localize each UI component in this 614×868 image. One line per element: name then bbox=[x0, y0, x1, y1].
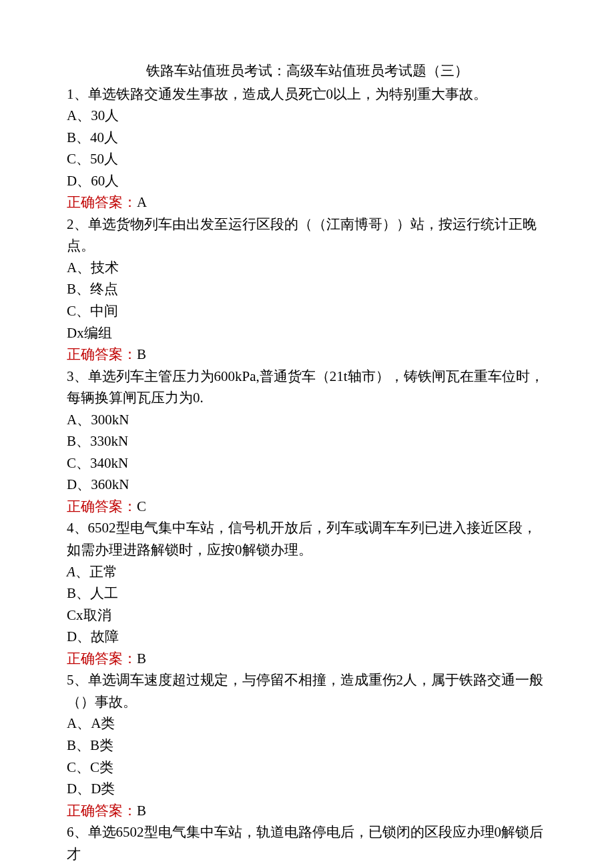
question-text: 2、单选货物列车由出发至运行区段的（（江南博哥））站，按运行统计正晚点。 bbox=[67, 213, 547, 257]
answer-label: 正确答案： bbox=[67, 498, 137, 514]
option-c: C、C类 bbox=[67, 757, 547, 779]
option-d: D、故障 bbox=[67, 626, 547, 648]
answer-value: B bbox=[137, 346, 146, 362]
option-a-prefix: A bbox=[67, 564, 75, 580]
option-a: A、A类 bbox=[67, 713, 547, 735]
option-b: B、40人 bbox=[67, 127, 547, 149]
question-3: 3、单选列车主管压力为600kPa,普通货车（21t轴市），铸铁闸瓦在重车位时，… bbox=[67, 366, 547, 518]
option-c: C、中间 bbox=[67, 300, 547, 322]
option-a: A、300kN bbox=[67, 409, 547, 431]
document-title: 铁路车站值班员考试：高级车站值班员考试题（三） bbox=[67, 60, 547, 82]
question-4: 4、6502型电气集中车站，信号机开放后，列车或调车车列已进入接近区段，如需办理… bbox=[67, 517, 547, 669]
answer-value: A bbox=[137, 194, 147, 210]
question-text: 1、单选铁路交通发生事故，造成人员死亡0以上，为特别重大事故。 bbox=[67, 83, 547, 105]
option-a: A、正常 bbox=[67, 561, 547, 583]
question-2: 2、单选货物列车由出发至运行区段的（（江南博哥））站，按运行统计正晚点。 A、技… bbox=[67, 213, 547, 366]
option-a: A、30人 bbox=[67, 105, 547, 127]
option-c: C、50人 bbox=[67, 148, 547, 170]
option-a-rest: 、正常 bbox=[75, 564, 117, 580]
question-text: 6、单选6502型电气集中车站，轨道电路停电后，已锁闭的区段应办理0解锁后才 bbox=[67, 821, 547, 865]
answer-label: 正确答案： bbox=[67, 650, 137, 667]
question-1: 1、单选铁路交通发生事故，造成人员死亡0以上，为特别重大事故。 A、30人 B、… bbox=[67, 83, 547, 213]
answer-value: B bbox=[137, 650, 146, 667]
option-a: A、技术 bbox=[67, 257, 547, 279]
answer-value: B bbox=[137, 803, 146, 819]
option-c: C、340kN bbox=[67, 452, 547, 474]
question-6: 6、单选6502型电气集中车站，轨道电路停电后，已锁闭的区段应办理0解锁后才 bbox=[67, 821, 547, 865]
question-text: 4、6502型电气集中车站，信号机开放后，列车或调车车列已进入接近区段，如需办理… bbox=[67, 517, 547, 560]
option-d: D、60人 bbox=[67, 170, 547, 192]
option-d: Dx编组 bbox=[67, 322, 547, 344]
answer: 正确答案：B bbox=[67, 648, 547, 670]
option-d: D、360kN bbox=[67, 474, 547, 496]
option-b: B、终点 bbox=[67, 278, 547, 300]
option-b: B、人工 bbox=[67, 582, 547, 604]
option-d: D、D类 bbox=[67, 778, 547, 800]
option-c: Cx取消 bbox=[67, 604, 547, 626]
answer: 正确答案：C bbox=[67, 496, 547, 518]
answer-label: 正确答案： bbox=[67, 194, 137, 210]
option-b: B、B类 bbox=[67, 735, 547, 757]
question-text: 3、单选列车主管压力为600kPa,普通货车（21t轴市），铸铁闸瓦在重车位时，… bbox=[67, 366, 547, 409]
answer: 正确答案：B bbox=[67, 344, 547, 366]
answer-label: 正确答案： bbox=[67, 803, 137, 819]
question-text: 5、单选调车速度超过规定，与停留不相撞，造成重伤2人，属于铁路交通一般（）事故。 bbox=[67, 669, 547, 713]
answer: 正确答案：B bbox=[67, 800, 547, 822]
answer-label: 正确答案： bbox=[67, 346, 137, 362]
answer: 正确答案：A bbox=[67, 191, 547, 213]
answer-value: C bbox=[137, 498, 146, 514]
question-5: 5、单选调车速度超过规定，与停留不相撞，造成重伤2人，属于铁路交通一般（）事故。… bbox=[67, 669, 547, 821]
option-b: B、330kN bbox=[67, 430, 547, 452]
